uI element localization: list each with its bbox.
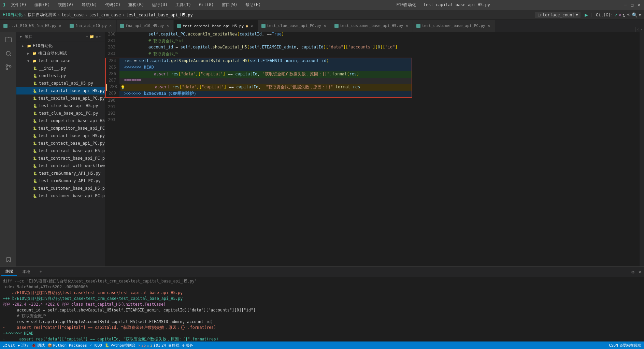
tab-close-icon[interactable]: × — [108, 24, 113, 28]
tab-clue-pc[interactable]: test_clue_base_api_PC.py × — [258, 20, 331, 32]
status-terminal[interactable]: ⊞ 终端 — [169, 343, 180, 348]
toolbar-active-file[interactable]: test_capital_base_api_H5.py — [126, 13, 193, 17]
status-problems[interactable]: ✕ 25 ⚠ 2 ℹ 93 24 — [138, 343, 166, 348]
run-button[interactable]: ▶ — [585, 12, 588, 18]
tree-item-conftest[interactable]: 🐍 conftest.py — [16, 72, 105, 79]
line-content — [119, 117, 412, 124]
menu-view[interactable]: 视图(V) — [55, 1, 76, 9]
tab-customer-h5[interactable]: test_customer_base_api_H5.py × — [331, 20, 413, 32]
tab-close-icon[interactable]: × — [249, 24, 254, 28]
terminal-tab-terminal[interactable]: 终端 — [1, 267, 17, 276]
tab-close-icon[interactable]: × — [487, 24, 491, 28]
collapse-sidebar-icon[interactable]: ⋯ — [99, 34, 101, 39]
toolbar-automation[interactable]: 接口自动化测试 — [28, 12, 56, 18]
tree-item-init[interactable]: 🐍 __init__.py — [16, 64, 105, 72]
terminal-tab-local[interactable]: 本地 — [18, 268, 34, 276]
tree-item-contract-workflow[interactable]: 🐍 test_contract_with_workflow_api_PC.py — [16, 162, 105, 170]
diff-line-1: diff --cc "E10\项目\接口\自动化\test_case\test_… — [3, 278, 641, 284]
tree-item-clue-pc[interactable]: 🐍 test_clue_base_api_PC.py — [16, 110, 105, 117]
tab-next-icon[interactable]: › — [640, 27, 643, 32]
tab-close-icon[interactable]: × — [58, 24, 62, 28]
tab-close-icon[interactable]: × — [165, 24, 170, 28]
tree-item-crmsummary-h5[interactable]: 🐍 test_crmSummary_API_H5.py — [16, 170, 105, 177]
tree-item-capital-base-pc[interactable]: 🐍 test_capital_base_api_PC.py — [16, 94, 105, 102]
new-file-icon[interactable]: + — [86, 34, 88, 39]
status-debug[interactable]: 🐞 调试 — [31, 343, 45, 348]
menu-tools[interactable]: 工具(T) — [173, 1, 194, 9]
git-toolbar[interactable]: Git(G): — [596, 13, 613, 17]
tree-item-crmsummary-pc[interactable]: 🐍 test_crmSummary_API_PC.py — [16, 177, 105, 185]
terminal-close-icon[interactable]: × — [637, 269, 643, 275]
interface-count-dropdown[interactable]: interface_count ▼ — [535, 12, 581, 18]
tab-prev-icon[interactable]: ‹ — [637, 27, 640, 32]
close-button[interactable]: ✕ — [636, 3, 641, 8]
menu-edit[interactable]: 编辑(E) — [32, 1, 53, 9]
git-cross-icon[interactable]: ✕ — [619, 13, 621, 17]
diff-line-6: account_id = self.capital.showCapital_H5… — [3, 307, 641, 313]
git-revert-icon[interactable]: ⟲ — [627, 13, 630, 17]
menu-file[interactable]: 文件(F) — [8, 1, 29, 9]
tree-item-contact-pc[interactable]: 🐍 test_contact_base_api_PC.py — [16, 140, 105, 147]
tree-item-competitor-pc[interactable]: 🐍 test_competitor_base_api_PC.py — [16, 125, 105, 132]
py-file-icon: 🐍 — [33, 133, 37, 138]
terminal-tab-add[interactable]: + — [35, 268, 46, 275]
menu-git[interactable]: Git(G) — [196, 1, 216, 9]
terminal-content[interactable]: diff --cc "E10\项目\接口\自动化\test_case\test_… — [0, 277, 644, 341]
tab-customer-pc[interactable]: test_customer_base_api_PC.py × — [413, 20, 495, 32]
tree-item-contract-pc[interactable]: 🐍 test_contract_base_api_PC.py — [16, 155, 105, 162]
tab-fna-e10-h5[interactable]: fna_api_e10_H5.py × — [117, 20, 174, 32]
tree-item-customer-pc[interactable]: 🐍 test_customer_base_api_PC.py — [16, 192, 105, 200]
menu-nav[interactable]: 导航(N) — [79, 1, 100, 9]
tab-close-icon[interactable]: × — [404, 24, 409, 28]
menu-refactor[interactable]: 重构(R) — [126, 1, 147, 9]
tree-item-label: test_crm_case — [38, 58, 70, 63]
status-python-console[interactable]: 🐍 Python控制台 — [105, 343, 135, 348]
git-check-icon[interactable]: ✓ — [615, 12, 617, 18]
menu-code[interactable]: 代码(C) — [102, 1, 124, 9]
tree-item-crmcase-folder[interactable]: ▼ 📁 test_crm_case — [16, 57, 105, 64]
new-folder-icon[interactable]: 📁 — [89, 34, 94, 39]
toolbar-project[interactable]: E10自动化 — [3, 12, 23, 18]
menu-help[interactable]: 帮助(H) — [243, 1, 264, 9]
tree-item-capital-api[interactable]: 🐍 test_capital_api_H5.py — [16, 79, 105, 87]
git-refresh-icon[interactable]: ↻ — [622, 12, 625, 18]
tab-capital-h5[interactable]: test_capital_base_api_H5.py ● × — [174, 20, 258, 32]
tree-item-testcase[interactable]: ▶ 📁 接口自动化测试 — [16, 49, 105, 57]
tab-fna-h5[interactable]: ...t_E10_WB_fna_H5.py × — [0, 20, 66, 32]
tree-item-label: test_contact_base_api_PC.py — [38, 141, 105, 146]
status-todo[interactable]: ✓ TODO — [90, 343, 102, 348]
py-file-icon: 🐍 — [33, 148, 37, 153]
menu-run[interactable]: 运行(U) — [149, 1, 170, 9]
activity-bookmark[interactable] — [1, 253, 15, 266]
status-services[interactable]: ⚙ 服务 — [182, 343, 193, 348]
toolbar-testcase[interactable]: test_case — [61, 13, 84, 17]
tab-close-icon[interactable]: × — [323, 24, 327, 28]
activity-explorer[interactable] — [1, 33, 15, 47]
tree-item-competitor-h5[interactable]: 🐍 test_competitor_base_api_H5.py — [16, 117, 105, 125]
refresh-sidebar-icon[interactable]: ↻ — [96, 34, 98, 39]
tree-item-customer-h5[interactable]: 🐍 test_customer_base_api_H5.py — [16, 185, 105, 192]
window-title: E10自动化 - test_capital_base_api_H5.py — [396, 2, 490, 8]
tree-item-clue-h5[interactable]: 🐍 test_clue_base_api_H5.py — [16, 102, 105, 110]
maximize-button[interactable]: □ — [630, 3, 634, 8]
tab-fna-e10[interactable]: fna_api_e10.py × — [66, 20, 117, 32]
minimize-button[interactable]: ─ — [623, 3, 628, 8]
diff-line-8: res = self.capital.getSimpleAccountById_… — [3, 319, 641, 325]
lightbulb-icon[interactable]: 💡 — [120, 84, 125, 91]
status-run[interactable]: ▶ 运行 — [18, 343, 29, 348]
status-git[interactable]: ⎇ Git — [3, 343, 15, 348]
sidebar: ▼ 项目 + 📁 ↻ ⋯ ▶ 📁 E10自动化 ▶ 📁 接口自动化测试 — [16, 32, 105, 266]
tree-item-contact-h5[interactable]: 🐍 test_contact_base_api_H5.py — [16, 132, 105, 140]
settings-toolbar-icon[interactable]: ⚙ — [639, 13, 641, 17]
terminal-settings-icon[interactable]: ⚙ — [629, 269, 637, 275]
code-view[interactable]: 280 self.capital_PC.accountIn_capitalNew… — [105, 32, 644, 266]
activity-search[interactable] — [1, 47, 15, 60]
toolbar-testcrm[interactable]: test_crm_case — [89, 13, 121, 17]
status-python-packages[interactable]: 📦 Python Packages — [47, 343, 87, 348]
tree-item-e10[interactable]: ▶ 📁 E10自动化 — [16, 42, 105, 49]
tree-item-capital-base-h5[interactable]: 🐍 test_capital_base_api_H5.py — [16, 87, 105, 94]
activity-git[interactable] — [1, 60, 15, 74]
tree-item-contract-h5[interactable]: 🐍 test_contract_base_api_H5.py — [16, 147, 105, 155]
search-toolbar-icon[interactable]: 🔍 — [632, 12, 638, 18]
menu-window[interactable]: 窗口(W) — [219, 1, 240, 9]
